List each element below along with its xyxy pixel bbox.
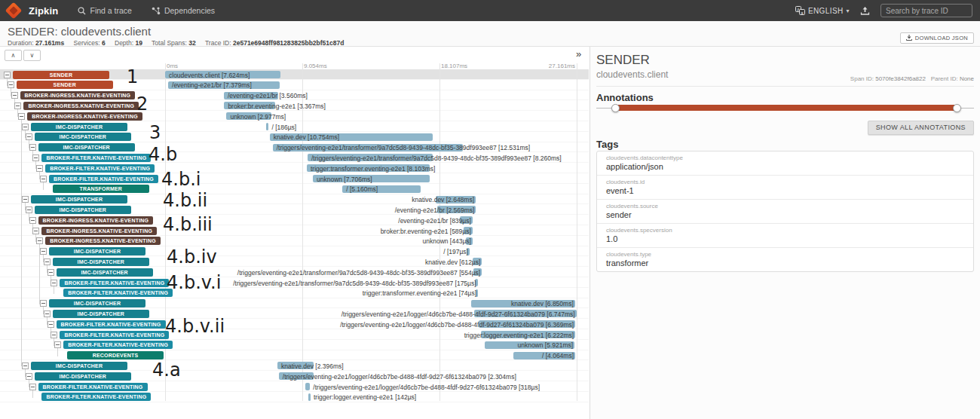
service-badge[interactable]: IMC-DISPATCHER	[53, 310, 149, 318]
service-badge[interactable]: IMC-DISPATCHER	[31, 195, 127, 203]
search-by-trace-id-input[interactable]	[880, 4, 972, 17]
tick-label: 27.161ms	[549, 63, 575, 69]
expand-toggle-icon[interactable]	[26, 373, 32, 380]
service-badge[interactable]: BROKER-INGRESS.KNATIVE-EVENTING	[41, 227, 157, 235]
service-badge[interactable]: BROKER-INGRESS.KNATIVE-EVENTING	[45, 237, 161, 245]
language-label: ENGLISH	[808, 7, 844, 15]
collapse-all-icon: ∧	[11, 52, 16, 59]
service-badge[interactable]: BROKER-INGRESS.KNATIVE-EVENTING	[27, 112, 142, 121]
service-badge[interactable]: BROKER-FILTER.KNATIVE-EVENTING	[60, 279, 169, 287]
service-badge[interactable]: BROKER-FILTER.KNATIVE-EVENTING	[38, 383, 148, 391]
expand-toggle-icon[interactable]	[36, 237, 43, 244]
service-badge[interactable]: BROKER-FILTER.KNATIVE-EVENTING	[57, 320, 166, 329]
expand-toggle-icon[interactable]	[18, 113, 25, 120]
span-label: /triggers/eventing-e2e1/transformer/9a7d…	[311, 154, 562, 162]
expand-toggle-icon[interactable]	[29, 384, 36, 390]
expand-toggle-icon[interactable]	[44, 310, 51, 317]
expand-toggle-icon[interactable]	[51, 280, 57, 286]
service-badge[interactable]: IMC-DISPATCHER	[31, 362, 127, 370]
show-all-annotations-button[interactable]: SHOW ALL ANNOTATIONS	[868, 121, 974, 135]
service-badge[interactable]: BROKER-INGRESS.KNATIVE-EVENTING	[20, 91, 136, 99]
slider-handle-start[interactable]	[611, 104, 620, 112]
expand-toggle-icon[interactable]	[29, 144, 36, 151]
expand-all-button[interactable]: ∨	[23, 50, 41, 61]
expand-toggle-icon[interactable]	[40, 176, 47, 182]
stat-services-value: 6	[102, 39, 106, 47]
upload-icon[interactable]	[860, 6, 870, 16]
service-badge[interactable]: RECORDEVENTS	[67, 351, 164, 359]
download-icon	[906, 35, 912, 42]
nav-dependencies[interactable]: Dependencies	[152, 6, 215, 15]
expand-toggle-icon[interactable]	[22, 362, 29, 369]
tree-connector	[54, 286, 54, 293]
expand-toggle-icon[interactable]	[4, 72, 11, 78]
service-badge[interactable]: IMC-DISPATCHER	[35, 133, 131, 141]
span-duration-bar[interactable]	[266, 123, 269, 130]
detail-service-name: SENDER	[596, 53, 650, 68]
service-badge[interactable]: IMC-DISPATCHER	[35, 372, 131, 381]
service-badge[interactable]: BROKER-INGRESS.KNATIVE-EVENTING	[38, 216, 154, 225]
service-badge[interactable]: BROKER-FILTER.KNATIVE-EVENTING	[41, 393, 151, 401]
parent-id-label: Parent ID:	[931, 75, 958, 82]
expand-toggle-icon[interactable]	[22, 124, 29, 130]
service-badge[interactable]: IMC-DISPATCHER	[38, 143, 135, 151]
overlay-annotation: 4.b.iii	[163, 214, 213, 235]
expand-detail-panel-button[interactable]: »	[576, 48, 581, 60]
service-badge[interactable]: BROKER-FILTER.KNATIVE-EVENTING	[63, 289, 173, 297]
expand-toggle-icon[interactable]	[40, 300, 47, 307]
overlay-annotation: 4.b.v.i	[167, 272, 221, 293]
expand-toggle-icon[interactable]	[26, 133, 32, 140]
expand-toggle-icon[interactable]	[22, 196, 29, 203]
service-badge[interactable]: IMC-DISPATCHER	[49, 247, 145, 255]
expand-toggle-icon[interactable]	[54, 341, 61, 348]
language-selector[interactable]: Aa ENGLISH ▾	[795, 6, 850, 15]
translate-icon: Aa	[795, 6, 805, 15]
service-badge[interactable]: IMC-DISPATCHER	[49, 299, 145, 307]
service-badge[interactable]: SENDER	[17, 81, 113, 89]
overlay-annotation: 3	[149, 122, 161, 143]
expand-toggle-icon[interactable]	[14, 102, 21, 109]
service-badge[interactable]: BROKER-FILTER.KNATIVE-EVENTING	[63, 341, 173, 349]
service-badge[interactable]: BROKER-FILTER.KNATIVE-EVENTING	[49, 175, 158, 183]
span-label: /triggers/eventing-e2e1/logger/4d6cb7be-…	[341, 310, 575, 318]
service-badge[interactable]: IMC-DISPATCHER	[35, 206, 131, 214]
collapse-all-button[interactable]: ∧	[5, 50, 22, 61]
service-badge[interactable]: BROKER-INGRESS.KNATIVE-EVENTING	[23, 102, 139, 110]
span-duration-bar[interactable]	[308, 393, 311, 401]
slider-handle-end[interactable]	[953, 104, 961, 112]
span-label: knative.dev [10.754ms]	[274, 133, 339, 141]
tag-value: event-1	[606, 186, 964, 195]
download-json-button[interactable]: DOWNLOAD JSON	[900, 32, 974, 44]
expand-toggle-icon[interactable]	[8, 81, 14, 88]
expand-toggle-icon[interactable]	[47, 321, 54, 328]
expand-toggle-icon[interactable]	[40, 248, 47, 255]
trace-title: SENDER: cloudevents.client	[8, 25, 151, 38]
overlay-annotation: 4.b.iv	[167, 246, 217, 268]
nav-find-a-trace[interactable]: Find a trace	[78, 6, 131, 15]
expand-toggle-icon[interactable]	[26, 206, 32, 213]
expand-toggle-icon[interactable]	[32, 154, 39, 161]
span-label: /eventing-e2e1/br [2.569ms]	[395, 206, 475, 214]
service-badge[interactable]: TRANSFORMER	[53, 185, 149, 193]
span-id-label: Span ID:	[850, 75, 874, 82]
parent-id-value: None	[960, 75, 974, 82]
expand-toggle-icon[interactable]	[11, 92, 18, 99]
expand-toggle-icon[interactable]	[44, 258, 51, 265]
tags-heading: Tags	[596, 139, 618, 150]
service-badge[interactable]: BROKER-FILTER.KNATIVE-EVENTING	[45, 164, 155, 173]
service-badge[interactable]: BROKER-FILTER.KNATIVE-EVENTING	[41, 154, 151, 162]
expand-toggle-icon[interactable]	[29, 217, 36, 224]
tag-key: cloudevents.specversion	[606, 227, 964, 234]
service-badge[interactable]: SENDER	[13, 71, 109, 79]
service-badge[interactable]: IMC-DISPATCHER	[31, 123, 127, 131]
service-badge[interactable]: BROKER-FILTER.KNATIVE-EVENTING	[60, 331, 169, 339]
stat-depth-label: Depth:	[115, 39, 133, 47]
expand-toggle-icon[interactable]	[36, 165, 43, 172]
expand-toggle-icon[interactable]	[51, 332, 57, 338]
service-badge[interactable]: IMC-DISPATCHER	[53, 258, 149, 266]
expand-toggle-icon[interactable]	[32, 228, 39, 234]
expand-toggle-icon[interactable]	[47, 269, 54, 276]
span-duration-bar[interactable]	[305, 383, 310, 390]
service-badge[interactable]: IMC-DISPATCHER	[57, 268, 153, 277]
overlay-annotation: 4.b.v.ii	[165, 316, 225, 337]
